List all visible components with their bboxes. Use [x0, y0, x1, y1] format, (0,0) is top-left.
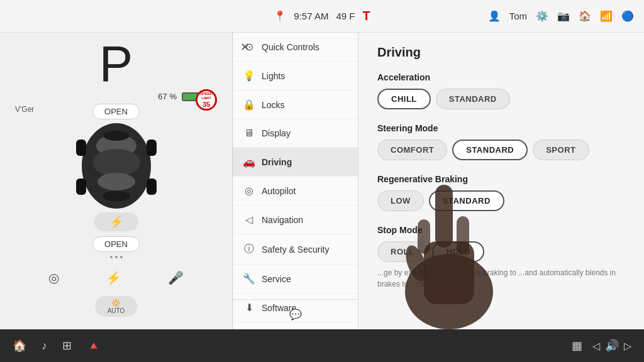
acceleration-label: Acceleration [377, 72, 625, 82]
acceleration-btn-group: CHILL STANDARD [377, 89, 625, 109]
feedback-icon[interactable]: 💬 [289, 309, 302, 321]
sidebar-label-autopilot: Autopilot [262, 186, 296, 196]
status-bar: 📍 9:57 AM 49 F T 👤 Tom ⚙️ 📷 🏠 📶 🔵 [0, 0, 644, 33]
park-indicator: P [99, 39, 133, 89]
sidebar-menu: ✕ ⊙ Quick Controls 💡 Lights 🔒 Locks 🖥 Di… [233, 33, 358, 329]
flash-button[interactable]: ⚡ [106, 270, 121, 285]
stop-mode-description: ...ge by extending regenerative braking … [377, 267, 625, 290]
speed-limit-number: 35 [203, 101, 210, 108]
svg-point-4 [104, 131, 129, 141]
service-icon: 🔧 [243, 273, 255, 285]
sidebar-item-quick-controls[interactable]: ⊙ Quick Controls [233, 33, 358, 62]
sidebar-item-locks[interactable]: 🔒 Locks [233, 90, 358, 119]
regen-btn-group: LOW STANDARD [377, 190, 625, 211]
auto-label: AUTO [108, 307, 125, 314]
car-image [53, 122, 179, 210]
home-taskbar-icon[interactable]: 🏠 [13, 339, 26, 353]
driving-icon: 🚗 [243, 156, 255, 168]
locks-icon: 🔒 [243, 99, 255, 111]
autopilot-icon: ◎ [243, 185, 255, 197]
sidebar-label-lights: Lights [262, 71, 285, 81]
sidebar-bottom: 💬 [233, 299, 358, 329]
sidebar-close-button[interactable]: ✕ [240, 40, 250, 54]
steering-label: Steering Mode [377, 123, 625, 133]
comfort-button[interactable]: COMFORT [377, 140, 447, 160]
home-icon[interactable]: 🏠 [579, 10, 591, 22]
auto-button[interactable]: 🔆 AUTO [95, 296, 138, 317]
horn-button[interactable]: ◎ [48, 270, 59, 285]
safety-icon: ⓘ [243, 243, 255, 256]
regen-label: Regenerative Braking [377, 174, 625, 184]
music-taskbar-icon[interactable]: ♪ [42, 339, 47, 353]
roll-button[interactable]: ROLL [377, 241, 427, 262]
camera-icon[interactable]: 📷 [557, 10, 570, 22]
stop-mode-label: Stop Mode [377, 225, 625, 235]
sidebar-label-display: Display [262, 128, 291, 138]
car-name: V'Ger [15, 105, 34, 114]
sport-button[interactable]: SPORT [533, 140, 589, 160]
dot-2 [115, 256, 118, 258]
panel-title: Driving [377, 45, 625, 60]
bottom-icons: ◎ ⚡ 🎤 [0, 270, 232, 285]
low-button[interactable]: LOW [377, 190, 424, 211]
apps-taskbar-icon[interactable]: ⊞ [62, 339, 72, 353]
sidebar-item-service[interactable]: 🔧 Service [233, 265, 358, 293]
next-arrow[interactable]: ▷ [624, 340, 631, 352]
taskbar-left: 🏠 ♪ ⊞ 🔺 [13, 339, 101, 353]
settings-icon[interactable]: ⚙️ [536, 10, 548, 22]
status-center: 📍 9:57 AM 49 F T [274, 9, 370, 23]
prev-arrow[interactable]: ◁ [592, 340, 600, 352]
chill-button[interactable]: CHILL [377, 89, 431, 109]
battery-percent: 67 % [158, 92, 177, 101]
location-icon: 📍 [274, 10, 286, 22]
mic-button[interactable]: 🎤 [168, 270, 184, 285]
steering-mode-section: Steering Mode COMFORT STANDARD SPORT [377, 123, 625, 160]
nav-taskbar-icon[interactable]: 🔺 [87, 339, 101, 353]
bluetooth-icon: 🔵 [621, 10, 634, 22]
wifi-icon: 📶 [600, 10, 613, 22]
status-temp: 49 F [336, 11, 355, 21]
stop-mode-btn-group: ROLL HOLD [377, 241, 625, 262]
open-button-bottom[interactable]: OPEN [92, 236, 140, 252]
charging-button[interactable]: ⚡ [94, 212, 138, 231]
open-button-top[interactable]: OPEN [92, 104, 140, 119]
sidebar-item-safety-security[interactable]: ⓘ Safety & Security [233, 234, 358, 265]
auto-icon: 🔆 [111, 299, 121, 307]
sidebar-item-display[interactable]: 🖥 Display [233, 119, 358, 148]
display-icon: 🖥 [243, 128, 255, 139]
svg-rect-11 [147, 178, 157, 195]
taskbar-right: ▦ ◁ 🔊 ▷ [572, 339, 631, 353]
standard-accel-button[interactable]: STANDARD [436, 89, 510, 109]
dots-row [110, 256, 123, 258]
main-content: P 67 % SPEED LIMIT 35 V'Ger OPEN [0, 33, 644, 329]
sidebar-label-quick-controls: Quick Controls [262, 42, 319, 52]
sidebar-label-safety: Safety & Security [262, 244, 329, 255]
standard-steer-button[interactable]: STANDARD [452, 140, 528, 160]
driving-settings-panel: Driving Acceleration CHILL STANDARD Stee… [358, 33, 644, 329]
status-right: 👤 Tom ⚙️ 📷 🏠 📶 🔵 [488, 10, 634, 22]
sidebar-item-driving[interactable]: 🚗 Driving [233, 148, 358, 177]
svg-rect-10 [76, 178, 86, 195]
stop-mode-section: Stop Mode ROLL HOLD ...ge by extending r… [377, 225, 625, 290]
volume-icon[interactable]: 🔊 [605, 339, 619, 353]
hold-button[interactable]: HOLD [432, 241, 484, 262]
user-icon: 👤 [488, 10, 501, 22]
standard-regen-button[interactable]: STANDARD [429, 190, 504, 211]
lights-icon: 💡 [243, 70, 255, 82]
status-time: 9:57 AM [294, 11, 328, 21]
sidebar-item-autopilot[interactable]: ◎ Autopilot [233, 177, 358, 206]
speed-limit: SPEED LIMIT 35 [196, 89, 217, 111]
car-panel: P 67 % SPEED LIMIT 35 V'Ger OPEN [0, 33, 233, 329]
user-name: Tom [509, 11, 527, 21]
sidebar-label-service: Service [262, 274, 291, 284]
sidebar-item-lights[interactable]: 💡 Lights [233, 62, 358, 90]
dot-3 [120, 256, 123, 258]
taskbar: 🏠 ♪ ⊞ 🔺 ▦ ◁ 🔊 ▷ [0, 329, 644, 362]
steering-btn-group: COMFORT STANDARD SPORT [377, 140, 625, 160]
sidebar-label-navigation: Navigation [262, 215, 303, 225]
dot-1 [110, 256, 113, 258]
sidebar-item-navigation[interactable]: ◁ Navigation [233, 206, 358, 234]
grid-taskbar-icon[interactable]: ▦ [572, 339, 582, 353]
svg-point-2 [92, 149, 140, 177]
volume-controls: ◁ 🔊 ▷ [592, 339, 631, 353]
